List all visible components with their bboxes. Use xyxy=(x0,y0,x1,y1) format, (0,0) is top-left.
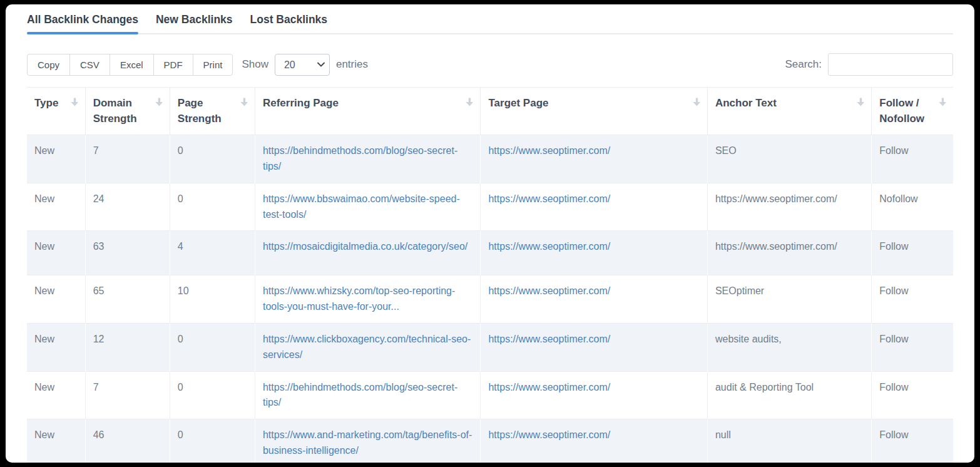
url-link[interactable]: https://mosaicdigitalmedia.co.uk/categor… xyxy=(263,241,467,252)
backlinks-panel: All Backlink Changes New Backlinks Lost … xyxy=(6,4,974,463)
tab-bar: All Backlink Changes New Backlinks Lost … xyxy=(27,13,953,34)
cell-type: New xyxy=(27,419,85,463)
column-header-target-page[interactable]: Target Page xyxy=(481,88,707,135)
url-link[interactable]: https://www.seoptimer.com/ xyxy=(488,241,610,252)
cell-text: SEOptimer xyxy=(715,285,764,296)
cell-text: audit & Reporting Tool xyxy=(715,382,814,393)
cell-follow-nofollow: Follow xyxy=(872,231,953,275)
cell-text: New xyxy=(34,145,54,156)
cell-text: 24 xyxy=(93,193,105,204)
column-label: Type xyxy=(34,97,58,109)
column-label: Follow / Nofollow xyxy=(879,97,924,125)
cell-text: Follow xyxy=(879,334,908,344)
column-label: Anchor Text xyxy=(715,97,777,109)
url-link[interactable]: https://behindmethods.com/blog/seo-secre… xyxy=(263,382,457,408)
cell-page-strength: 0 xyxy=(170,419,255,463)
sort-icon xyxy=(693,98,701,106)
cell-referring-page: https://behindmethods.com/blog/seo-secre… xyxy=(255,371,480,419)
cell-page-strength: 0 xyxy=(170,183,255,231)
backlinks-table: Type Domain Strength Page Strength Refer… xyxy=(27,87,953,463)
url-link[interactable]: https://behindmethods.com/blog/seo-secre… xyxy=(263,145,457,172)
print-button[interactable]: Print xyxy=(193,54,233,76)
cell-target-page: https://www.seoptimer.com/ xyxy=(481,135,707,183)
url-link[interactable]: https://www.whizsky.com/top-seo-reportin… xyxy=(263,285,455,312)
url-link[interactable]: https://www.seoptimer.com/ xyxy=(488,429,610,440)
tab-lost-backlinks[interactable]: Lost Backlinks xyxy=(250,13,328,33)
table-row: New240https://www.bbswaimao.com/website-… xyxy=(27,183,953,231)
cell-domain-strength: 7 xyxy=(85,371,170,419)
cell-text: New xyxy=(34,193,54,204)
cell-referring-page: https://mosaicdigitalmedia.co.uk/categor… xyxy=(255,231,480,275)
cell-type: New xyxy=(27,371,85,419)
excel-button[interactable]: Excel xyxy=(110,54,154,76)
cell-type: New xyxy=(27,183,85,231)
tab-new-backlinks[interactable]: New Backlinks xyxy=(156,13,233,33)
cell-target-page: https://www.seoptimer.com/ xyxy=(481,324,707,372)
table-row: New460https://www.and-marketing.com/tag/… xyxy=(27,419,953,463)
cell-follow-nofollow: Nofollow xyxy=(872,183,953,231)
cell-follow-nofollow: Follow xyxy=(872,275,953,324)
page-size-select[interactable]: 20 xyxy=(275,54,330,76)
cell-text: 63 xyxy=(93,241,105,252)
cell-type: New xyxy=(27,135,85,183)
cell-text: SEO xyxy=(715,145,737,156)
column-label: Target Page xyxy=(488,97,548,109)
cell-page-strength: 0 xyxy=(170,324,255,372)
cell-anchor-text: https://www.seoptimer.com/ xyxy=(707,231,871,275)
column-header-anchor-text[interactable]: Anchor Text xyxy=(707,88,871,135)
sort-icon xyxy=(939,98,947,106)
cell-domain-strength: 46 xyxy=(85,419,170,463)
column-header-follow-nofollow[interactable]: Follow / Nofollow xyxy=(872,88,953,135)
pdf-button[interactable]: PDF xyxy=(153,54,193,76)
column-header-referring-page[interactable]: Referring Page xyxy=(255,88,480,135)
sort-icon xyxy=(466,98,474,106)
search-control: Search: xyxy=(785,53,953,76)
cell-text: 7 xyxy=(93,145,99,156)
url-link[interactable]: https://www.seoptimer.com/ xyxy=(488,382,610,393)
cell-page-strength: 4 xyxy=(170,231,255,275)
sort-icon xyxy=(240,98,248,106)
cell-referring-page: https://behindmethods.com/blog/seo-secre… xyxy=(255,135,480,183)
cell-text: New xyxy=(34,382,54,393)
table-header: Type Domain Strength Page Strength Refer… xyxy=(27,88,953,135)
url-link[interactable]: https://www.seoptimer.com/ xyxy=(488,193,610,204)
search-label: Search: xyxy=(785,58,822,71)
cell-text: New xyxy=(34,334,54,344)
cell-target-page: https://www.seoptimer.com/ xyxy=(481,275,707,324)
cell-type: New xyxy=(27,324,85,372)
table-row: New70https://behindmethods.com/blog/seo-… xyxy=(27,135,953,183)
cell-text: 10 xyxy=(178,285,189,296)
export-button-group: Copy CSV Excel PDF Print xyxy=(27,54,233,76)
cell-text: 0 xyxy=(178,382,183,393)
tab-all-backlink-changes[interactable]: All Backlink Changes xyxy=(27,13,138,33)
table-toolbar: Copy CSV Excel PDF Print Show 20 entries… xyxy=(27,53,953,76)
entries-label: entries xyxy=(336,58,368,71)
cell-page-strength: 0 xyxy=(170,371,255,419)
search-input[interactable] xyxy=(828,53,953,76)
url-link[interactable]: https://www.and-marketing.com/tag/benefi… xyxy=(263,429,472,456)
cell-text: New xyxy=(34,285,54,296)
url-link[interactable]: https://www.seoptimer.com/ xyxy=(488,145,610,156)
copy-button[interactable]: Copy xyxy=(27,54,70,76)
url-link[interactable]: https://www.bbswaimao.com/website-speed-… xyxy=(263,193,460,220)
cell-type: New xyxy=(27,231,85,275)
column-header-domain-strength[interactable]: Domain Strength xyxy=(85,88,170,135)
cell-text: Follow xyxy=(879,429,908,440)
url-link[interactable]: https://www.seoptimer.com/ xyxy=(488,285,610,296)
csv-button[interactable]: CSV xyxy=(69,54,110,76)
column-label: Page Strength xyxy=(178,97,222,125)
column-header-type[interactable]: Type xyxy=(27,88,85,135)
page-size-select-wrap: 20 xyxy=(275,54,330,76)
cell-text: 4 xyxy=(178,241,183,252)
column-header-page-strength[interactable]: Page Strength xyxy=(170,88,255,135)
cell-domain-strength: 12 xyxy=(85,324,170,372)
cell-text: 0 xyxy=(178,145,183,156)
cell-target-page: https://www.seoptimer.com/ xyxy=(481,183,707,231)
cell-referring-page: https://www.whizsky.com/top-seo-reportin… xyxy=(255,275,480,324)
url-link[interactable]: https://www.seoptimer.com/ xyxy=(488,334,610,344)
cell-domain-strength: 63 xyxy=(85,231,170,275)
table-body: New70https://behindmethods.com/blog/seo-… xyxy=(27,135,953,463)
url-link[interactable]: https://www.clickboxagency.com/technical… xyxy=(263,334,471,360)
cell-text: Follow xyxy=(879,285,908,296)
cell-page-strength: 10 xyxy=(170,275,255,324)
